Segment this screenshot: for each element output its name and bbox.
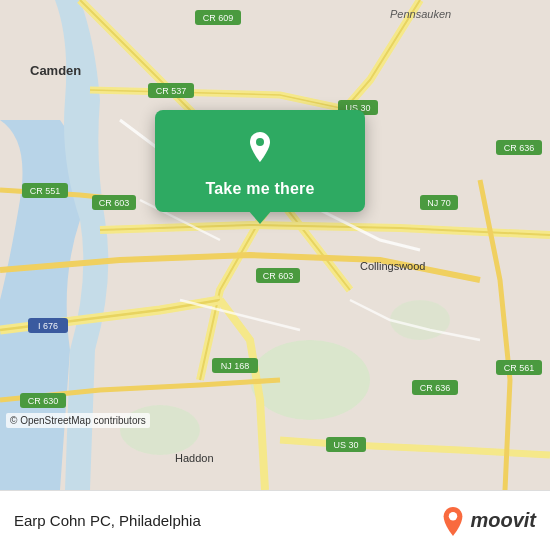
svg-text:Haddon: Haddon	[175, 452, 214, 464]
moovit-pin-icon	[440, 506, 466, 536]
svg-text:Camden: Camden	[30, 63, 81, 78]
location-label: Earp Cohn PC, Philadelphia	[14, 512, 201, 529]
svg-text:NJ 70: NJ 70	[427, 198, 451, 208]
svg-text:CR 537: CR 537	[156, 86, 187, 96]
svg-text:CR 603: CR 603	[263, 271, 294, 281]
svg-text:I 676: I 676	[38, 321, 58, 331]
svg-text:CR 603: CR 603	[99, 198, 130, 208]
bottom-bar: Earp Cohn PC, Philadelphia moovit	[0, 490, 550, 550]
svg-text:CR 609: CR 609	[203, 13, 234, 23]
svg-text:CR 636: CR 636	[504, 143, 535, 153]
svg-text:Collingswood: Collingswood	[360, 260, 425, 272]
map-attribution: © OpenStreetMap contributors	[6, 413, 150, 428]
svg-point-36	[256, 138, 264, 146]
popup-card: Take me there	[155, 110, 365, 212]
moovit-brand-text: moovit	[470, 509, 536, 532]
svg-text:Pennsauken: Pennsauken	[390, 8, 451, 20]
svg-text:CR 636: CR 636	[420, 383, 451, 393]
moovit-logo: moovit	[440, 506, 536, 536]
svg-text:CR 561: CR 561	[504, 363, 535, 373]
svg-point-3	[390, 300, 450, 340]
svg-text:NJ 168: NJ 168	[221, 361, 250, 371]
svg-text:CR 551: CR 551	[30, 186, 61, 196]
location-pin-icon	[239, 128, 281, 170]
svg-point-37	[449, 512, 457, 520]
take-me-there-button[interactable]: Take me there	[205, 180, 314, 198]
map-container: CR 609 CR 537 CR 551 CR 603 NJ 70 CR 636…	[0, 0, 550, 490]
svg-text:CR 630: CR 630	[28, 396, 59, 406]
svg-text:US 30: US 30	[333, 440, 358, 450]
